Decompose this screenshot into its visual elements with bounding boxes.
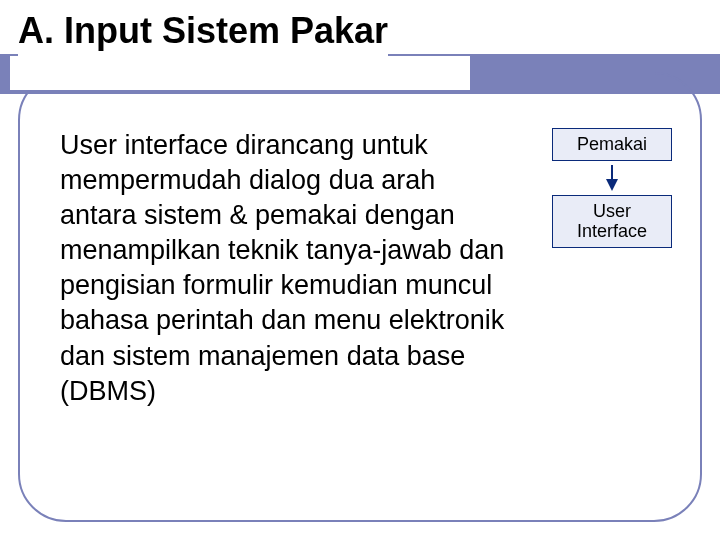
body-paragraph: User interface dirancang untuk mempermud… <box>60 128 505 409</box>
slide: A. Input Sistem Pakar User interface dir… <box>0 0 720 540</box>
diagram-box2-line1: User <box>593 201 631 221</box>
slide-title: A. Input Sistem Pakar <box>18 10 388 58</box>
svg-marker-1 <box>606 179 618 191</box>
title-mask <box>10 56 470 90</box>
diagram-box-user-interface: User Interface <box>552 195 672 248</box>
arrow-down-icon <box>552 165 672 191</box>
diagram: Pemakai User Interface <box>552 128 672 248</box>
diagram-box2-line2: Interface <box>577 221 647 241</box>
diagram-box-pemakai: Pemakai <box>552 128 672 161</box>
